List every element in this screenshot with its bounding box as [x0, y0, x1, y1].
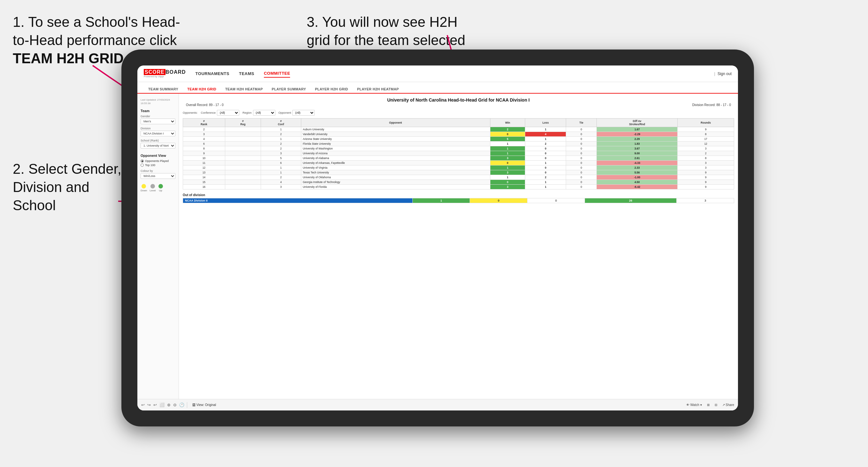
nav-committee[interactable]: COMMITTEE: [264, 70, 290, 77]
cell-tie: 0: [566, 170, 597, 175]
legend-up-dot: [158, 184, 163, 188]
legend-level-dot: [151, 184, 155, 188]
logo-subtitle: Powered by clippi: [144, 75, 186, 78]
cell-opponent: University of Arkansas, Fayetteville: [301, 161, 490, 165]
ood-tie: 0: [527, 198, 585, 203]
cell-rank: 4: [183, 137, 225, 142]
cell-tie: 0: [566, 180, 597, 185]
gender-select[interactable]: Men's: [141, 119, 176, 124]
conference-filter-select[interactable]: (All): [217, 110, 239, 116]
undo-icon[interactable]: ↩: [141, 403, 145, 407]
add-icon[interactable]: ⊕: [167, 403, 170, 407]
view-original-button[interactable]: 🖼 View: Original: [192, 403, 216, 407]
ood-rounds: 3: [677, 198, 734, 203]
cell-rank: 15: [183, 180, 225, 185]
cell-loss: 1: [525, 180, 566, 185]
opponents-played-radio[interactable]: [141, 159, 144, 163]
cell-rounds: 9: [678, 170, 734, 175]
division-label: Division: [141, 127, 176, 130]
cell-win: 0: [490, 161, 525, 165]
table-row: 10 5 University of Alabama 3 0 0 2.61 8: [183, 156, 734, 161]
cell-rank: 13: [183, 170, 225, 175]
minus-icon[interactable]: ⊖: [173, 403, 177, 407]
subnav-team-summary[interactable]: TEAM SUMMARY: [144, 85, 183, 94]
ood-diff: 26: [585, 198, 677, 203]
cell-rank: 10: [183, 156, 225, 161]
subnav-player-summary[interactable]: PLAYER SUMMARY: [268, 85, 311, 94]
nav-links: TOURNAMENTS TEAMS COMMITTEE: [195, 70, 290, 77]
clock-icon[interactable]: 🕐: [179, 403, 184, 407]
timestamp: Last Updated: 27/03/2024 16:55:38: [141, 98, 176, 105]
cell-conf: 3: [261, 151, 301, 156]
share-button[interactable]: ↗ Share: [722, 403, 734, 407]
cell-rounds: 9: [678, 127, 734, 132]
cell-reg: [225, 127, 261, 132]
opponents-played-option[interactable]: Opponents Played: [141, 159, 176, 163]
tablet-frame: SCOREBOARD Powered by clippi TOURNAMENTS…: [121, 50, 754, 427]
sign-out-button[interactable]: | Sign out: [714, 71, 732, 76]
cell-reg: [225, 185, 261, 189]
sub-nav: TEAM SUMMARY TEAM H2H GRID TEAM H2H HEAT…: [137, 82, 738, 94]
nav-tournaments[interactable]: TOURNAMENTS: [195, 70, 229, 77]
cell-reg: [225, 142, 261, 146]
cell-win: 3: [490, 156, 525, 161]
cell-loss: 1: [525, 185, 566, 189]
toolbar-icon-grid[interactable]: ⊞: [707, 403, 710, 407]
main-content: Last Updated: 27/03/2024 16:55:38 Team G…: [137, 94, 738, 399]
subnav-team-h2h-heatmap[interactable]: TEAM H2H HEATMAP: [221, 85, 268, 94]
cell-opponent: University of Virginia: [301, 165, 490, 170]
cell-rounds: 9: [678, 185, 734, 189]
colour-by-label: Colour by: [141, 169, 176, 173]
cell-loss: 2: [525, 142, 566, 146]
school-select[interactable]: 1. University of Nort...: [141, 143, 176, 149]
cell-rank: 2: [183, 127, 225, 132]
cell-rounds: 8: [678, 132, 734, 137]
table-row: 3 2 Vanderbilt University 0 4 0 -2.29 8: [183, 132, 734, 137]
cell-conf: 1: [261, 170, 301, 175]
subnav-player-h2h-grid[interactable]: PLAYER H2H GRID: [311, 85, 353, 94]
nav-bar: SCOREBOARD Powered by clippi TOURNAMENTS…: [137, 65, 738, 82]
division-select[interactable]: NCAA Division I: [141, 131, 176, 136]
watch-button[interactable]: 👁 Watch ▾: [686, 403, 702, 407]
toolbar-icon-layout[interactable]: ⊟: [715, 403, 717, 407]
redo-icon[interactable]: ↪: [147, 403, 151, 407]
th-conf: #Conf: [261, 119, 301, 127]
th-reg: #Reg: [225, 119, 261, 127]
cell-rounds: 8: [678, 156, 734, 161]
region-filter-group: Region (All): [243, 110, 275, 116]
th-rank: #Rank: [183, 119, 225, 127]
colour-by-select[interactable]: Win/Loss: [141, 173, 176, 179]
top-100-option[interactable]: Top 100: [141, 163, 176, 167]
cell-loss: 0: [525, 165, 566, 170]
cell-diff: 9.00: [597, 151, 678, 156]
subnav-player-h2h-heatmap[interactable]: PLAYER H2H HEATMAP: [353, 85, 403, 94]
ann2-line1: 2. Select Gender,: [13, 161, 121, 177]
cell-loss: 1: [525, 161, 566, 165]
gender-label: Gender: [141, 115, 176, 118]
cell-loss: 4: [525, 132, 566, 137]
top-100-label: Top 100: [145, 163, 155, 167]
nav-teams[interactable]: TEAMS: [239, 70, 254, 77]
opponent-view-section: Opponent View Opponents Played Top 100: [141, 154, 176, 167]
opponent-filter-select[interactable]: (All): [292, 110, 315, 116]
subnav-team-h2h-grid[interactable]: TEAM H2H GRID: [183, 85, 221, 94]
back-icon[interactable]: ↩: [153, 403, 157, 407]
cell-conf: 5: [261, 156, 301, 161]
forward-icon[interactable]: ⬜: [159, 403, 164, 407]
top-100-radio[interactable]: [141, 163, 144, 167]
cell-loss: 0: [525, 151, 566, 156]
opponent-filter-group: Opponent (All): [279, 110, 315, 116]
table-row: 4 1 Arizona State University 5 1 0 2.29 …: [183, 137, 734, 142]
cell-reg: [225, 170, 261, 175]
region-filter-select[interactable]: (All): [253, 110, 275, 116]
cell-loss: 0: [525, 156, 566, 161]
ann2-line2: Division and: [13, 179, 89, 195]
cell-opponent: Vanderbilt University: [301, 132, 490, 137]
cell-opponent: University of Alabama: [301, 156, 490, 161]
ood-row: NCAA Division II 1 0 0 26 3: [183, 198, 734, 203]
logo-area: SCOREBOARD Powered by clippi: [144, 69, 186, 78]
cell-diff: 4.50: [597, 180, 678, 185]
cell-rounds: 9: [678, 180, 734, 185]
cell-conf: 4: [261, 180, 301, 185]
ood-win: 1: [412, 198, 470, 203]
